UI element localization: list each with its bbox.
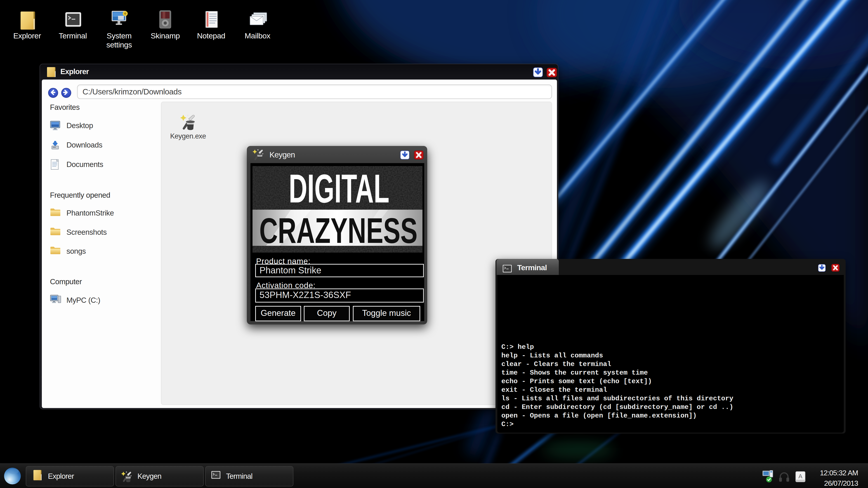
svg-text:DIGITAL: DIGITAL <box>289 166 390 211</box>
svg-text:CRAZYNESS: CRAZYNESS <box>259 210 417 250</box>
